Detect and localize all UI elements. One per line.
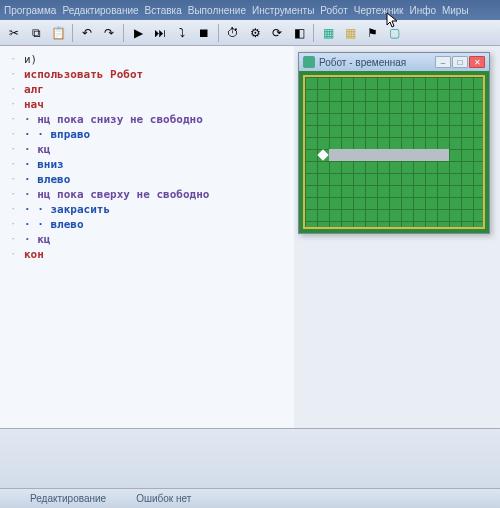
- paste-icon[interactable]: 📋: [48, 23, 68, 43]
- code-line[interactable]: · · влево: [24, 217, 290, 232]
- maximize-button[interactable]: □: [452, 56, 468, 68]
- menu-run[interactable]: Выполнение: [188, 5, 246, 16]
- code-line[interactable]: · · вправо: [24, 127, 290, 142]
- code-line[interactable]: · кц: [24, 142, 290, 157]
- code-line[interactable]: · нц пока снизу не свободно: [24, 112, 290, 127]
- painted-cells: [329, 149, 449, 161]
- robot-grid[interactable]: [303, 75, 485, 229]
- stop-icon[interactable]: ⏹: [194, 23, 214, 43]
- code-line[interactable]: · · закрасить: [24, 202, 290, 217]
- code-line[interactable]: кон: [24, 247, 290, 262]
- code-line[interactable]: · нц пока сверху не свободно: [24, 187, 290, 202]
- cut-icon[interactable]: ✂: [4, 23, 24, 43]
- toolbar: ✂ ⧉ 📋 ↶ ↷ ▶ ⏭ ⤵ ⏹ ⏱ ⚙ ⟳ ◧ ▦ ▦ ⚑ ▢: [0, 20, 500, 46]
- flag-icon[interactable]: ⚑: [362, 23, 382, 43]
- code-line[interactable]: · влево: [24, 172, 290, 187]
- step-icon[interactable]: ⏭: [150, 23, 170, 43]
- robot-marker: [317, 149, 328, 160]
- minimize-button[interactable]: –: [435, 56, 451, 68]
- tool-b-icon[interactable]: ⟳: [267, 23, 287, 43]
- code-line[interactable]: алг: [24, 82, 290, 97]
- menu-tools[interactable]: Инструменты: [252, 5, 314, 16]
- code-line[interactable]: · вниз: [24, 157, 290, 172]
- menu-insert[interactable]: Вставка: [145, 5, 182, 16]
- code-editor[interactable]: ·············· и)использовать Роботалгна…: [0, 46, 294, 468]
- run-icon[interactable]: ▶: [128, 23, 148, 43]
- menu-edit[interactable]: Редактирование: [62, 5, 138, 16]
- speed-icon[interactable]: ⏱: [223, 23, 243, 43]
- status-mode: Редактирование: [30, 493, 106, 504]
- grid-yellow-icon[interactable]: ▦: [340, 23, 360, 43]
- robot-field[interactable]: [299, 71, 489, 233]
- grid-green-icon[interactable]: ▦: [318, 23, 338, 43]
- menu-bar: Программа Редактирование Вставка Выполне…: [0, 0, 500, 20]
- robot-window[interactable]: Робот - временная – □ ✕: [298, 52, 490, 234]
- robot-field-icon[interactable]: ▢: [384, 23, 404, 43]
- workspace: ·············· и)использовать Роботалгна…: [0, 46, 500, 468]
- output-panel: [0, 428, 500, 488]
- robot-app-icon: [303, 56, 315, 68]
- tool-c-icon[interactable]: ◧: [289, 23, 309, 43]
- robot-window-titlebar[interactable]: Робот - временная – □ ✕: [299, 53, 489, 71]
- undo-icon[interactable]: ↶: [77, 23, 97, 43]
- status-errors: Ошибок нет: [136, 493, 191, 504]
- menu-robot[interactable]: Робот: [320, 5, 347, 16]
- code-line[interactable]: и): [24, 52, 290, 67]
- close-button[interactable]: ✕: [469, 56, 485, 68]
- line-gutter: ··············: [0, 52, 20, 262]
- copy-icon[interactable]: ⧉: [26, 23, 46, 43]
- menu-worlds[interactable]: Миры: [442, 5, 469, 16]
- code-line[interactable]: · кц: [24, 232, 290, 247]
- menu-draw[interactable]: Чертежник: [354, 5, 404, 16]
- tool-a-icon[interactable]: ⚙: [245, 23, 265, 43]
- menu-program[interactable]: Программа: [4, 5, 56, 16]
- status-bar: Редактирование Ошибок нет: [0, 488, 500, 508]
- step-into-icon[interactable]: ⤵: [172, 23, 192, 43]
- menu-info[interactable]: Инфо: [409, 5, 436, 16]
- code-line[interactable]: нач: [24, 97, 290, 112]
- redo-icon[interactable]: ↷: [99, 23, 119, 43]
- code-line[interactable]: использовать Робот: [24, 67, 290, 82]
- robot-window-title: Робот - временная: [319, 57, 431, 68]
